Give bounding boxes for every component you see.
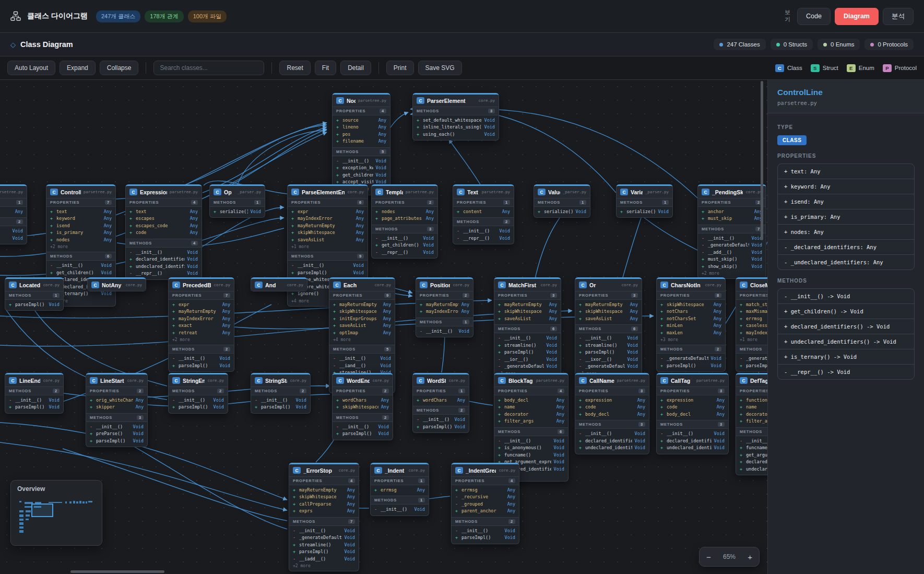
node-section-header: METHODS2 [169,386,228,395]
class-node-def-tag[interactable]: CDefTagparsetree.pyPROPERTIES4+function_… [736,373,767,475]
class-node-expression[interactable]: CExpressionparsetree.pyPROPERTIES4+textA… [125,184,202,280]
visibility-sign: + [740,445,743,451]
view-button-diagram[interactable]: Diagram [835,8,879,25]
app-header: 클래스 다이어그램 247개 클래스178개 관계100개 파일 보기 Code… [0,0,924,33]
class-node-string-end[interactable]: CStringEndcore.pyMETHODS2-__init__()Void… [168,373,228,414]
type-annotation: Any [461,302,469,308]
type-badge: CLASS [777,135,807,145]
toolbar-separator [378,62,379,74]
property-name: expression [667,397,714,403]
node-section-body: +serialize()Void [210,207,265,217]
search-input[interactable] [153,61,264,75]
type-annotation: Any [190,216,198,221]
visibility-sign: - [172,356,176,361]
node-method-row: -__init__()Void [372,235,437,242]
node-property-row: +exprAny [169,301,234,308]
method-name: serialize() [544,209,573,215]
class-node-chars-not-in[interactable]: CCharsNotIncore.pyPROPERTIES8+skipWhites… [656,277,726,372]
node-property-row: +exactAny [169,322,234,329]
node-section-header: METHODS2 [0,217,27,226]
node-method-row: +parseImpl()Void [452,534,519,541]
node-method-row: +must_skip()Void [698,256,766,263]
class-node-word-start[interactable]: CWordStartcore.pyPROPERTIES1+wordCharsAn… [412,373,469,433]
minimap-viewport[interactable] [32,504,53,517]
properties-list: + text: Any+ keyword: Any+ isend: Any+ i… [777,163,915,270]
node-property-row: +mayIndexErrorAny [416,308,473,315]
method-name: parseImpl() [179,363,217,369]
visibility-sign: + [90,438,93,444]
zoom-in-button[interactable]: + [748,553,752,561]
toolbar-button-expand[interactable]: Expand [60,61,96,75]
overview-minimap[interactable]: Overview [10,480,102,546]
node-section-label: PROPERTIES [702,200,731,205]
visibility-sign: + [579,404,583,410]
class-node-position-token[interactable]: CPositionTokencore.pyPROPERTIES2+mayRetu… [416,277,473,337]
class-node-close-match[interactable]: CCloseMatchcore.pyPROPERTIES6+match_stri… [736,277,767,372]
node-section-label: METHODS [333,347,356,352]
node-section-header: METHODS9 [288,252,368,261]
node-section-count: 2 [217,389,224,393]
node-property-row: +mayIndexErrorAny [736,330,767,336]
toolbar-button-fit[interactable]: Fit [315,61,336,75]
class-node-match-first[interactable]: CMatchFirstcore.pyPROPERTIES3+mayReturnE… [494,277,561,379]
type-annotation: Any [637,397,645,403]
property-name: notChars [667,309,711,314]
node-section-header: PROPERTIES4 [452,476,519,485]
class-node-preceded-by[interactable]: CPrecededBycore.pyPROPERTIES7+exprAny+ma… [168,277,234,372]
class-node-and[interactable]: CAndcore.py [251,277,307,291]
visibility-sign: + [498,316,502,322]
class-type-badge-icon: C [740,377,748,384]
node-section-header: METHODS2 [453,217,514,226]
toolbar-button-collapse[interactable]: Collapse [100,61,139,75]
view-button-code[interactable]: Code [797,8,831,25]
horizontal-scrollbar[interactable] [70,570,164,573]
type-annotation: Void [251,209,261,215]
method-name: parseImpl() [261,404,293,410]
class-node-node[interactable]: CNodeparsetree.pyPROPERTIES4+sourceAny+l… [332,93,390,195]
visibility-sign: - [336,158,340,164]
method-name: get_argument_expressions() [746,452,767,458]
node-section-header: METHODS3 [86,413,147,422]
class-node-value[interactable]: CValue_parser.pyMETHODS1+serialize()Void [534,184,590,218]
class-node-call-tag[interactable]: CCallTagparsetree.pyPROPERTIES3+expressi… [656,373,729,454]
toolbar-button-save-svg[interactable]: Save SVG [418,61,462,75]
class-node-located[interactable]: CLocatedcore.pyMETHODS1+parseImpl()Void [5,277,64,311]
class-node-indent-greater[interactable]: C_IndentGreatercore.pyPROPERTIES4+errmsg… [451,463,519,544]
view-button-분석[interactable]: 분석 [883,8,914,25]
zoom-out-button[interactable]: − [706,553,711,561]
node-method-row: -_generateDefaultName()Void [289,534,359,541]
class-node-text[interactable]: CTextparsetree.pyPROPERTIES1+contentAnyM… [453,184,514,244]
class-node-header: CBlockTagparsetree.py [494,374,568,386]
class-node-call-namespace-tag[interactable]: CCallNamespaceTagparsetree.pyPROPERTIES3… [575,373,649,454]
toolbar-button-print[interactable]: Print [386,61,414,75]
diagram-canvas[interactable]: Cparsetree.pyPROPERTIES1+AnyMETHODS2-Voi… [0,80,767,574]
class-node-word-end[interactable]: CWordEndcore.pyPROPERTIES2+wordCharsAny+… [332,373,393,440]
method-name: undeclared_identifiers() [667,445,712,451]
type-annotation: Void [353,263,364,268]
node-section-count: 2 [137,389,144,393]
class-node-indent[interactable]: C_Indentcore.pyPROPERTIES1+errmsgAnyMETH… [370,463,429,516]
node-property-row: +isendAny [46,222,115,229]
class-node-error-stop[interactable]: C_ErrorStopcore.pyPROPERTIES4+mayReturnE… [289,463,359,571]
vertical-scrollbar[interactable] [761,81,763,240]
class-node-variable[interactable]: CVariable_parser.pyMETHODS1+serialize()V… [616,184,673,218]
type-annotation: Void [296,397,306,403]
visibility-sign: + [538,209,541,215]
class-node-parser-element[interactable]: CParserElementcore.pyMETHODS3+set_defaul… [412,93,499,140]
toolbar-button-auto-layout[interactable]: Auto Layout [7,61,55,75]
toolbar-button-detail[interactable]: Detail [340,61,371,75]
class-node-notany[interactable]: CNotAnycore.py [87,277,146,291]
class-node-string-start[interactable]: CStringStartcore.pyMETHODS2-__init__()Vo… [251,373,311,414]
node-property-row: +function_declAny [736,397,767,404]
method-name: must_skip() [708,256,749,262]
toolbar-button-reset[interactable]: Reset [279,61,310,75]
class-node-line-start[interactable]: CLineStartcore.pyPROPERTIES2+orig_whiteC… [86,373,148,447]
node-property-row: +callPreparseAny [289,501,359,508]
visibility-sign: + [50,270,54,276]
class-node-pending-skip[interactable]: C_PendingSkipcore.pyPROPERTIES2+anchorAn… [697,184,766,279]
class-node-template-node[interactable]: CTemplateNodeparsetree.pyPROPERTIES2+nod… [371,184,438,259]
class-node-op[interactable]: COp_parser.pyMETHODS1+serialize()Void [209,184,265,218]
class-node-line-end[interactable]: CLineEndcore.pyMETHODS2-__init__()Void+p… [5,373,64,414]
class-node-or[interactable]: COrcore.pyPROPERTIES3+mayReturnEmptyAny+… [575,277,642,379]
class-node-unknown-left[interactable]: Cparsetree.pyPROPERTIES1+AnyMETHODS2-Voi… [0,184,27,244]
